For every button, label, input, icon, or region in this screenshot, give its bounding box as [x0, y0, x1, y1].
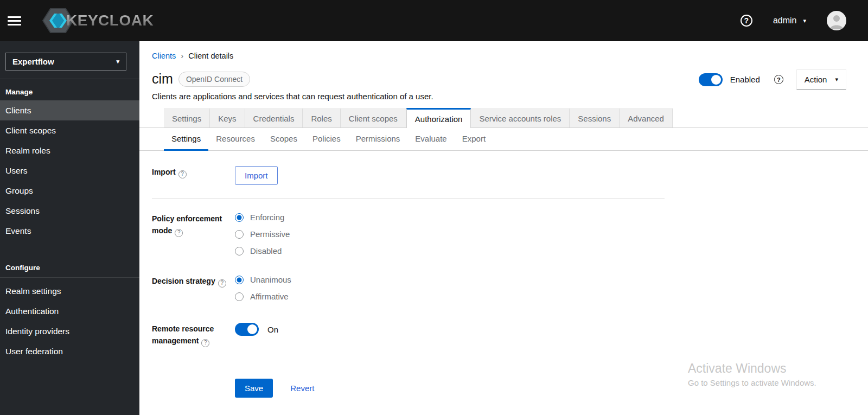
- policy-enforcement-mode-row: Policy enforcement mode? Enforcing Permi…: [152, 213, 665, 256]
- breadcrumb-separator-icon: ›: [181, 51, 183, 60]
- tab-authorization[interactable]: Authorization: [406, 108, 471, 128]
- radio-button-icon: [235, 230, 244, 239]
- watermark-subtitle: Go to Settings to activate Windows.: [688, 378, 816, 387]
- realm-selector[interactable]: Expertflow ▾: [5, 53, 126, 71]
- sidebar-divider: [0, 277, 139, 278]
- protocol-badge: OpenID Connect: [178, 72, 250, 87]
- import-help-icon[interactable]: ?: [178, 170, 187, 178]
- import-label: Import?: [152, 166, 235, 185]
- sidebar-item-client-scopes[interactable]: Client scopes: [0, 120, 139, 141]
- tab-service-accounts-roles[interactable]: Service accounts roles: [471, 108, 570, 127]
- chevron-down-icon: ▾: [835, 76, 838, 82]
- enabled-toggle[interactable]: [699, 73, 723, 86]
- enabled-label: Enabled: [730, 75, 760, 84]
- tab-advanced[interactable]: Advanced: [620, 108, 673, 127]
- sidebar-item-user-federation[interactable]: User federation: [0, 341, 139, 361]
- radio-disabled[interactable]: Disabled: [235, 246, 665, 256]
- tab-roles[interactable]: Roles: [303, 108, 340, 127]
- radio-affirmative[interactable]: Affirmative: [235, 292, 665, 301]
- sidebar: Expertflow ▾ Manage Clients Client scope…: [0, 41, 139, 415]
- subtab-settings[interactable]: Settings: [164, 128, 208, 151]
- subtab-policies[interactable]: Policies: [305, 128, 348, 151]
- sidebar-item-groups[interactable]: Groups: [0, 181, 139, 201]
- remote-resource-management-row: Remote resource management? On: [152, 323, 665, 347]
- breadcrumb-clients-link[interactable]: Clients: [152, 52, 176, 60]
- watermark-title: Activate Windows: [688, 361, 816, 376]
- brand-text: KEYCLOAK: [66, 12, 154, 29]
- hamburger-menu-icon[interactable]: [8, 10, 29, 31]
- chevron-down-icon: ▾: [116, 59, 119, 65]
- remote-resource-help-icon[interactable]: ?: [201, 339, 209, 347]
- authorization-settings-form: Import? Import Policy enforcement mode? …: [152, 166, 665, 398]
- header-actions: Enabled ? Action ▾: [699, 69, 846, 90]
- import-button[interactable]: Import: [235, 166, 278, 185]
- radio-unanimous[interactable]: Unanimous: [235, 275, 665, 284]
- remote-resource-state: On: [267, 325, 278, 334]
- subtab-scopes[interactable]: Scopes: [263, 128, 305, 151]
- sidebar-item-authentication[interactable]: Authentication: [0, 301, 139, 321]
- username-label: admin: [773, 16, 797, 25]
- remote-resource-toggle[interactable]: [235, 323, 259, 336]
- radio-button-icon: [235, 213, 244, 222]
- action-dropdown-label: Action: [805, 75, 827, 84]
- top-navigation-bar: KEYCLOAK ? admin ▾: [0, 0, 868, 41]
- main-content: Clients › Client details cim OpenID Conn…: [139, 41, 868, 415]
- save-button[interactable]: Save: [235, 379, 273, 398]
- radio-button-icon: [235, 247, 244, 256]
- subtab-permissions[interactable]: Permissions: [348, 128, 408, 151]
- remote-resource-management-label: Remote resource management?: [152, 323, 235, 347]
- user-menu[interactable]: admin ▾: [773, 16, 806, 25]
- radio-button-icon: [235, 292, 244, 301]
- radio-enforcing[interactable]: Enforcing: [235, 213, 665, 222]
- sidebar-item-realm-settings[interactable]: Realm settings: [0, 281, 139, 301]
- decision-strategy-row: Decision strategy? Unanimous Affirmative: [152, 275, 665, 301]
- help-icon[interactable]: ?: [741, 15, 752, 27]
- authorization-subtabs: Settings Resources Scopes Policies Permi…: [139, 128, 868, 151]
- sidebar-item-realm-roles[interactable]: Realm roles: [0, 141, 139, 161]
- revert-button[interactable]: Revert: [290, 384, 314, 393]
- sidebar-item-clients[interactable]: Clients: [0, 100, 139, 120]
- sidebar-item-sessions[interactable]: Sessions: [0, 201, 139, 221]
- radio-button-icon: [235, 276, 244, 284]
- tab-sessions[interactable]: Sessions: [570, 108, 620, 127]
- tab-credentials[interactable]: Credentials: [245, 108, 303, 127]
- subtab-resources[interactable]: Resources: [208, 128, 263, 151]
- sidebar-section-configure: Configure: [0, 255, 139, 276]
- sidebar-item-identity-providers[interactable]: Identity providers: [0, 321, 139, 341]
- form-actions: Save Revert: [152, 379, 665, 398]
- subtab-export[interactable]: Export: [455, 128, 493, 151]
- avatar[interactable]: [827, 11, 846, 30]
- decision-strategy-help-icon[interactable]: ?: [218, 279, 226, 288]
- radio-permissive[interactable]: Permissive: [235, 229, 665, 239]
- tab-settings[interactable]: Settings: [164, 108, 210, 127]
- sidebar-item-users[interactable]: Users: [0, 161, 139, 181]
- chevron-down-icon: ▾: [803, 18, 806, 24]
- tab-keys[interactable]: Keys: [210, 108, 245, 127]
- keycloak-logo: KEYCLOAK: [42, 7, 154, 35]
- person-icon: [827, 11, 846, 30]
- import-row: Import? Import: [152, 166, 665, 185]
- realm-selector-value: Expertflow: [12, 57, 54, 66]
- client-tabs: Settings Keys Credentials Roles Client s…: [139, 108, 868, 128]
- decision-strategy-label: Decision strategy?: [152, 275, 235, 301]
- policy-enforcement-help-icon[interactable]: ?: [175, 229, 183, 237]
- action-dropdown[interactable]: Action ▾: [796, 69, 846, 90]
- windows-activation-watermark: Activate Windows Go to Settings to activ…: [688, 361, 816, 387]
- tab-client-scopes[interactable]: Client scopes: [341, 108, 406, 127]
- page-description: Clients are applications and services th…: [152, 92, 868, 101]
- enabled-help-icon[interactable]: ?: [774, 75, 783, 84]
- breadcrumb-current: Client details: [188, 52, 233, 60]
- subtab-evaluate[interactable]: Evaluate: [407, 128, 454, 151]
- form-divider: [152, 198, 665, 199]
- breadcrumb: Clients › Client details: [139, 41, 868, 60]
- sidebar-item-events[interactable]: Events: [0, 221, 139, 241]
- page-title: cim: [152, 71, 173, 87]
- sidebar-section-manage: Manage: [0, 79, 139, 100]
- policy-enforcement-mode-label: Policy enforcement mode?: [152, 213, 235, 256]
